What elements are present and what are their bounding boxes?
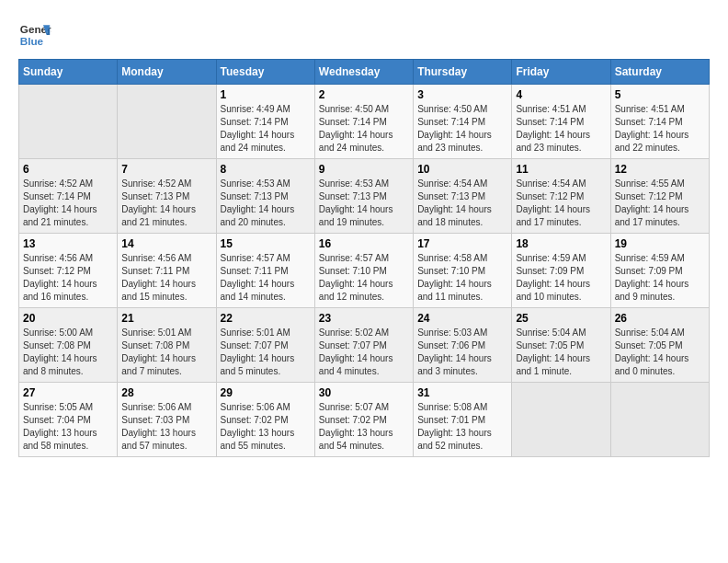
calendar-cell: 26Sunrise: 5:04 AM Sunset: 7:05 PM Dayli… <box>610 308 709 383</box>
day-number: 22 <box>221 312 311 325</box>
day-info: Sunrise: 5:06 AM Sunset: 7:03 PM Dayligh… <box>121 401 211 453</box>
calendar-cell <box>118 85 216 159</box>
calendar-cell: 21Sunrise: 5:01 AM Sunset: 7:08 PM Dayli… <box>118 308 216 383</box>
day-number: 7 <box>121 163 211 176</box>
calendar-cell: 29Sunrise: 5:06 AM Sunset: 7:02 PM Dayli… <box>216 383 314 457</box>
calendar-header-row: SundayMondayTuesdayWednesdayThursdayFrid… <box>19 60 710 85</box>
calendar-cell: 4Sunrise: 4:51 AM Sunset: 7:14 PM Daylig… <box>512 85 610 159</box>
day-number: 5 <box>615 88 705 101</box>
calendar-cell: 31Sunrise: 5:08 AM Sunset: 7:01 PM Dayli… <box>414 383 512 457</box>
calendar-cell: 25Sunrise: 5:04 AM Sunset: 7:05 PM Dayli… <box>512 308 610 383</box>
calendar-header-thursday: Thursday <box>414 60 512 85</box>
day-info: Sunrise: 5:08 AM Sunset: 7:01 PM Dayligh… <box>417 401 507 453</box>
day-number: 24 <box>417 312 507 325</box>
day-number: 10 <box>417 163 507 176</box>
day-info: Sunrise: 4:56 AM Sunset: 7:12 PM Dayligh… <box>23 252 113 304</box>
logo-icon: General Blue <box>18 18 51 52</box>
calendar-cell: 8Sunrise: 4:53 AM Sunset: 7:13 PM Daylig… <box>216 159 314 234</box>
calendar-cell: 18Sunrise: 4:59 AM Sunset: 7:09 PM Dayli… <box>512 234 610 308</box>
day-info: Sunrise: 4:51 AM Sunset: 7:14 PM Dayligh… <box>615 103 705 155</box>
calendar-cell: 2Sunrise: 4:50 AM Sunset: 7:14 PM Daylig… <box>314 85 413 159</box>
calendar-week-row: 27Sunrise: 5:05 AM Sunset: 7:04 PM Dayli… <box>19 383 710 457</box>
calendar-cell <box>19 85 118 159</box>
day-info: Sunrise: 5:04 AM Sunset: 7:05 PM Dayligh… <box>615 327 705 378</box>
calendar-cell: 3Sunrise: 4:50 AM Sunset: 7:14 PM Daylig… <box>414 85 512 159</box>
calendar-cell: 1Sunrise: 4:49 AM Sunset: 7:14 PM Daylig… <box>216 85 314 159</box>
day-number: 25 <box>516 312 606 325</box>
day-number: 6 <box>23 163 113 176</box>
day-number: 11 <box>516 163 606 176</box>
day-info: Sunrise: 4:52 AM Sunset: 7:13 PM Dayligh… <box>121 178 211 229</box>
day-info: Sunrise: 5:01 AM Sunset: 7:07 PM Dayligh… <box>221 327 311 378</box>
day-info: Sunrise: 4:56 AM Sunset: 7:11 PM Dayligh… <box>121 252 211 304</box>
day-number: 1 <box>221 88 311 101</box>
day-number: 23 <box>319 312 409 325</box>
day-info: Sunrise: 5:04 AM Sunset: 7:05 PM Dayligh… <box>516 327 606 378</box>
calendar-week-row: 1Sunrise: 4:49 AM Sunset: 7:14 PM Daylig… <box>19 85 710 159</box>
day-info: Sunrise: 5:00 AM Sunset: 7:08 PM Dayligh… <box>23 327 113 378</box>
day-info: Sunrise: 5:01 AM Sunset: 7:08 PM Dayligh… <box>121 327 211 378</box>
calendar-week-row: 13Sunrise: 4:56 AM Sunset: 7:12 PM Dayli… <box>19 234 710 308</box>
day-number: 8 <box>221 163 311 176</box>
day-info: Sunrise: 4:53 AM Sunset: 7:13 PM Dayligh… <box>319 178 409 229</box>
day-number: 26 <box>615 312 705 325</box>
calendar-table: SundayMondayTuesdayWednesdayThursdayFrid… <box>18 59 710 457</box>
svg-text:Blue: Blue <box>20 35 44 47</box>
day-info: Sunrise: 4:51 AM Sunset: 7:14 PM Dayligh… <box>516 103 606 155</box>
day-info: Sunrise: 4:59 AM Sunset: 7:09 PM Dayligh… <box>516 252 606 304</box>
calendar-cell: 15Sunrise: 4:57 AM Sunset: 7:11 PM Dayli… <box>216 234 314 308</box>
calendar-cell: 27Sunrise: 5:05 AM Sunset: 7:04 PM Dayli… <box>19 383 118 457</box>
day-info: Sunrise: 4:58 AM Sunset: 7:10 PM Dayligh… <box>417 252 507 304</box>
calendar-cell: 10Sunrise: 4:54 AM Sunset: 7:13 PM Dayli… <box>414 159 512 234</box>
day-number: 3 <box>417 88 507 101</box>
day-info: Sunrise: 4:54 AM Sunset: 7:13 PM Dayligh… <box>417 178 507 229</box>
day-info: Sunrise: 4:54 AM Sunset: 7:12 PM Dayligh… <box>516 178 606 229</box>
day-number: 12 <box>615 163 705 176</box>
calendar-cell: 13Sunrise: 4:56 AM Sunset: 7:12 PM Dayli… <box>19 234 118 308</box>
calendar-cell: 11Sunrise: 4:54 AM Sunset: 7:12 PM Dayli… <box>512 159 610 234</box>
calendar-cell: 6Sunrise: 4:52 AM Sunset: 7:14 PM Daylig… <box>19 159 118 234</box>
calendar-week-row: 6Sunrise: 4:52 AM Sunset: 7:14 PM Daylig… <box>19 159 710 234</box>
day-number: 4 <box>516 88 606 101</box>
calendar-header-sunday: Sunday <box>19 60 118 85</box>
day-info: Sunrise: 5:03 AM Sunset: 7:06 PM Dayligh… <box>417 327 507 378</box>
calendar-cell: 16Sunrise: 4:57 AM Sunset: 7:10 PM Dayli… <box>314 234 413 308</box>
calendar-cell <box>512 383 610 457</box>
calendar-cell <box>610 383 709 457</box>
calendar-header-friday: Friday <box>512 60 610 85</box>
day-number: 27 <box>23 386 113 399</box>
day-info: Sunrise: 4:52 AM Sunset: 7:14 PM Dayligh… <box>23 178 113 229</box>
day-number: 29 <box>221 386 311 399</box>
day-number: 15 <box>221 237 311 250</box>
day-info: Sunrise: 4:55 AM Sunset: 7:12 PM Dayligh… <box>615 178 705 229</box>
calendar-cell: 24Sunrise: 5:03 AM Sunset: 7:06 PM Dayli… <box>414 308 512 383</box>
calendar-header-saturday: Saturday <box>610 60 709 85</box>
calendar-header-wednesday: Wednesday <box>314 60 413 85</box>
logo: General Blue <box>18 18 51 52</box>
day-number: 21 <box>121 312 211 325</box>
calendar-cell: 9Sunrise: 4:53 AM Sunset: 7:13 PM Daylig… <box>314 159 413 234</box>
day-info: Sunrise: 5:05 AM Sunset: 7:04 PM Dayligh… <box>23 401 113 453</box>
calendar-cell: 14Sunrise: 4:56 AM Sunset: 7:11 PM Dayli… <box>118 234 216 308</box>
day-info: Sunrise: 4:59 AM Sunset: 7:09 PM Dayligh… <box>615 252 705 304</box>
calendar-cell: 19Sunrise: 4:59 AM Sunset: 7:09 PM Dayli… <box>610 234 709 308</box>
day-number: 28 <box>121 386 211 399</box>
day-number: 13 <box>23 237 113 250</box>
calendar-cell: 12Sunrise: 4:55 AM Sunset: 7:12 PM Dayli… <box>610 159 709 234</box>
calendar-cell: 17Sunrise: 4:58 AM Sunset: 7:10 PM Dayli… <box>414 234 512 308</box>
day-number: 31 <box>417 386 507 399</box>
day-number: 20 <box>23 312 113 325</box>
calendar-cell: 5Sunrise: 4:51 AM Sunset: 7:14 PM Daylig… <box>610 85 709 159</box>
calendar-week-row: 20Sunrise: 5:00 AM Sunset: 7:08 PM Dayli… <box>19 308 710 383</box>
page-header: General Blue <box>18 18 710 52</box>
day-number: 30 <box>319 386 409 399</box>
day-info: Sunrise: 5:02 AM Sunset: 7:07 PM Dayligh… <box>319 327 409 378</box>
calendar-cell: 23Sunrise: 5:02 AM Sunset: 7:07 PM Dayli… <box>314 308 413 383</box>
calendar-cell: 22Sunrise: 5:01 AM Sunset: 7:07 PM Dayli… <box>216 308 314 383</box>
day-info: Sunrise: 4:50 AM Sunset: 7:14 PM Dayligh… <box>319 103 409 155</box>
day-number: 14 <box>121 237 211 250</box>
calendar-header-monday: Monday <box>118 60 216 85</box>
calendar-cell: 7Sunrise: 4:52 AM Sunset: 7:13 PM Daylig… <box>118 159 216 234</box>
day-info: Sunrise: 4:57 AM Sunset: 7:10 PM Dayligh… <box>319 252 409 304</box>
day-number: 18 <box>516 237 606 250</box>
